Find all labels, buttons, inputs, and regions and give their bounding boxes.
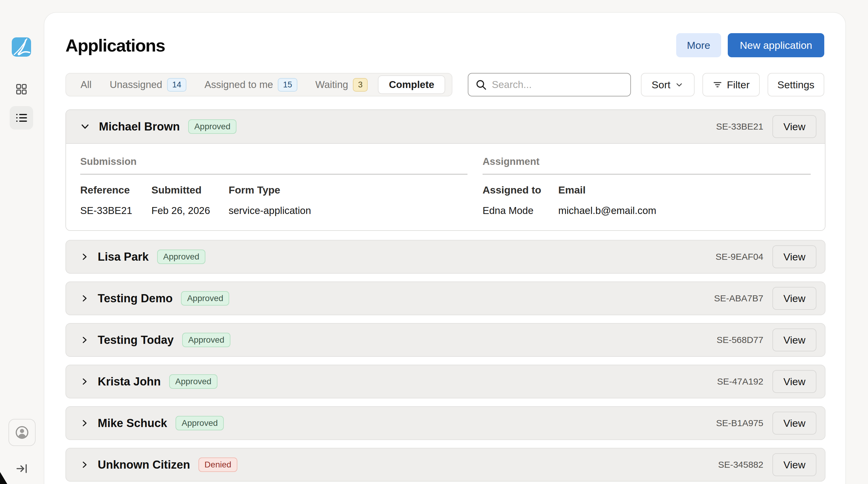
submitted-value: Feb 26, 2026 — [151, 205, 228, 216]
application-row[interactable]: Lisa Park Approved SE-9EAF04 View — [65, 240, 826, 273]
application-card-expanded: Michael Brown Approved SE-33BE21 View Su… — [65, 109, 826, 231]
assigned-count-badge: 15 — [278, 78, 297, 92]
reference-code: SE-ABA7B7 — [714, 293, 763, 303]
application-row[interactable]: Testing Demo Approved SE-ABA7B7 View — [65, 282, 826, 315]
assigned-to-value: Edna Mode — [483, 205, 558, 216]
chevron-right-icon[interactable] — [80, 294, 89, 303]
tab-assigned-to-me[interactable]: Assigned to me 15 — [195, 78, 306, 92]
mouse-cursor-fragment — [0, 472, 7, 484]
applicant-name: Michael Brown — [99, 120, 180, 133]
applicant-name: Testing Demo — [98, 292, 173, 305]
sort-button[interactable]: Sort — [641, 73, 694, 96]
application-detail: Submission Reference SE-33BE21 Submitted… — [66, 144, 825, 230]
waiting-count-badge: 3 — [353, 78, 368, 92]
search-input[interactable] — [492, 79, 624, 90]
dashboard-grid-icon[interactable] — [14, 82, 29, 96]
application-row[interactable]: Michael Brown Approved SE-33BE21 View — [66, 110, 825, 144]
page-header: Applications More New application — [65, 33, 824, 58]
reference-code: SE-33BE21 — [716, 122, 763, 132]
email-header: Email — [558, 184, 811, 196]
chevron-right-icon[interactable] — [80, 335, 89, 345]
reference-code: SE-47A192 — [717, 377, 763, 387]
chevron-down-icon — [675, 80, 684, 89]
tab-complete[interactable]: Complete — [378, 75, 445, 94]
assigned-to-header: Assigned to — [483, 184, 558, 196]
form-type-value: service-application — [228, 205, 467, 216]
submitted-header: Submitted — [151, 184, 228, 196]
user-avatar-button[interactable] — [8, 419, 36, 446]
chevron-right-icon[interactable] — [80, 252, 89, 262]
applicant-name: Krista John — [98, 375, 161, 388]
new-application-button[interactable]: New application — [728, 33, 824, 57]
reference-code: SE-345882 — [718, 460, 763, 470]
view-button[interactable]: View — [772, 287, 816, 310]
applicant-name: Testing Today — [98, 334, 174, 347]
reference-header: Reference — [80, 184, 151, 196]
main-panel: Applications More New application All Un… — [44, 12, 846, 484]
view-button[interactable]: View — [772, 412, 816, 434]
applications-list-icon[interactable] — [10, 106, 33, 130]
status-badge: Approved — [188, 119, 237, 134]
applications-list: Michael Brown Approved SE-33BE21 View Su… — [65, 109, 824, 482]
applicant-name: Unknown Citizen — [98, 458, 190, 471]
search-box[interactable] — [468, 73, 631, 96]
form-type-header: Form Type — [228, 184, 467, 196]
chevron-right-icon[interactable] — [80, 418, 89, 428]
filter-button[interactable]: Filter — [703, 73, 760, 96]
filter-lines-icon — [712, 79, 723, 90]
submission-heading: Submission — [80, 156, 467, 174]
controls-row: All Unassigned 14 Assigned to me 15 Wait… — [65, 73, 824, 96]
application-row[interactable]: Testing Today Approved SE-568D77 View — [65, 323, 826, 357]
status-badge: Approved — [181, 291, 229, 305]
reference-value: SE-33BE21 — [80, 205, 151, 216]
view-button[interactable]: View — [772, 245, 816, 268]
user-avatar-icon — [14, 425, 30, 440]
application-row[interactable]: Krista John Approved SE-47A192 View — [65, 365, 826, 398]
application-row[interactable]: Unknown Citizen Denied SE-345882 View — [65, 448, 826, 482]
expand-sidebar-icon[interactable] — [16, 462, 29, 475]
applicant-name: Lisa Park — [98, 251, 149, 263]
reference-code: SE-568D77 — [717, 335, 763, 345]
status-badge: Approved — [169, 374, 217, 389]
tab-unassigned[interactable]: Unassigned 14 — [101, 78, 195, 92]
status-badge: Approved — [176, 416, 224, 430]
page-title: Applications — [65, 35, 165, 56]
unassigned-count-badge: 14 — [167, 78, 186, 92]
sidebar — [0, 0, 44, 484]
search-icon — [475, 79, 487, 91]
filter-tabs: All Unassigned 14 Assigned to me 15 Wait… — [65, 73, 453, 96]
status-badge: Approved — [157, 250, 206, 264]
tab-waiting[interactable]: Waiting 3 — [306, 78, 377, 92]
more-button[interactable]: More — [676, 33, 721, 57]
settings-button[interactable]: Settings — [768, 73, 824, 96]
view-button[interactable]: View — [772, 328, 816, 351]
reference-code: SE-9EAF04 — [716, 252, 763, 262]
assignment-section: Assignment Assigned to Edna Mode Email m… — [483, 156, 811, 216]
status-badge: Approved — [182, 333, 230, 347]
application-row[interactable]: Mike Schuck Approved SE-B1A975 View — [65, 406, 826, 440]
applicant-name: Mike Schuck — [98, 417, 167, 430]
chevron-right-icon[interactable] — [80, 460, 89, 470]
tab-all[interactable]: All — [71, 79, 101, 90]
app-logo[interactable] — [12, 37, 31, 57]
submission-section: Submission Reference SE-33BE21 Submitted… — [80, 156, 467, 216]
status-badge: Denied — [198, 457, 237, 472]
assignment-heading: Assignment — [483, 156, 811, 174]
email-value: michael.b@email.com — [558, 205, 811, 216]
view-button[interactable]: View — [772, 453, 816, 476]
view-button[interactable]: View — [772, 115, 816, 138]
chevron-down-icon[interactable] — [80, 121, 91, 132]
reference-code: SE-B1A975 — [716, 418, 763, 428]
header-actions: More New application — [676, 33, 825, 57]
chevron-right-icon[interactable] — [80, 377, 89, 386]
view-button[interactable]: View — [772, 370, 816, 393]
